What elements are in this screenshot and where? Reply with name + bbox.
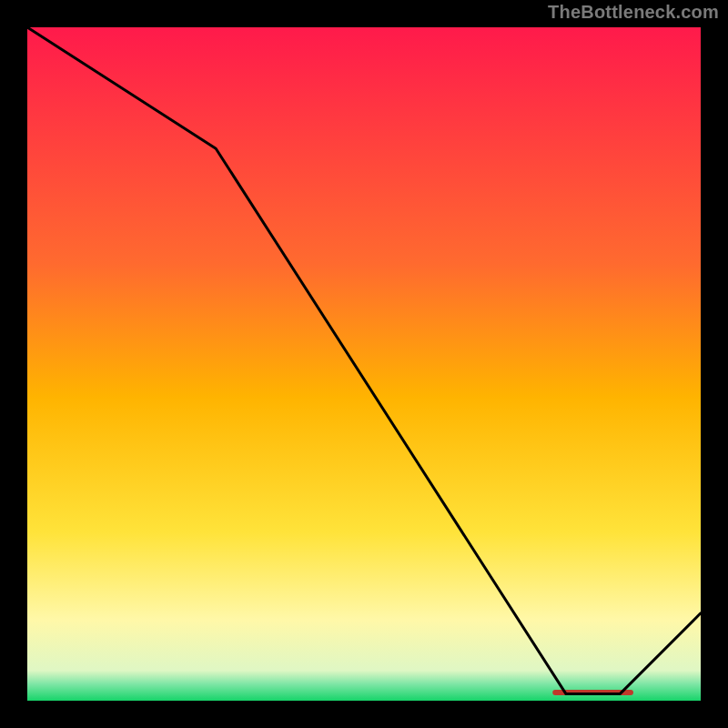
plot-background <box>27 27 701 701</box>
chart-container: TheBottleneck.com <box>0 0 728 728</box>
bottleneck-chart <box>0 0 728 728</box>
